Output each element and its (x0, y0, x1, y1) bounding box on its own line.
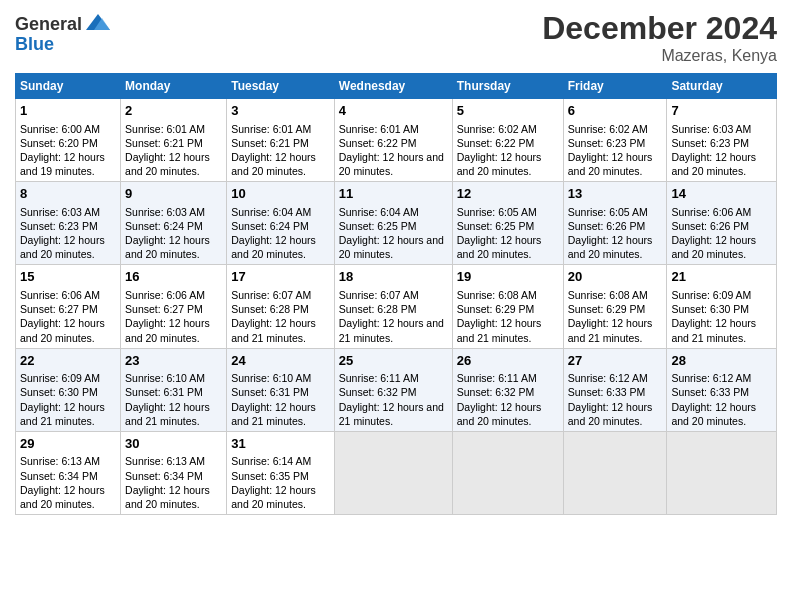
daylight-label: Daylight: 12 hours and 21 minutes. (231, 401, 316, 427)
day-number: 11 (339, 185, 448, 203)
sunrise-label: Sunrise: 6:03 AM (125, 206, 205, 218)
daylight-label: Daylight: 12 hours and 20 minutes. (568, 234, 653, 260)
day-number: 12 (457, 185, 559, 203)
cell-w1-d2: 2 Sunrise: 6:01 AM Sunset: 6:21 PM Dayli… (121, 99, 227, 182)
daylight-label: Daylight: 12 hours and 20 minutes. (568, 401, 653, 427)
daylight-label: Daylight: 12 hours and 20 minutes. (231, 234, 316, 260)
col-thursday: Thursday (452, 74, 563, 99)
cell-w4-d4: 25 Sunrise: 6:11 AM Sunset: 6:32 PM Dayl… (334, 348, 452, 431)
day-number: 28 (671, 352, 772, 370)
sunset-label: Sunset: 6:25 PM (339, 220, 417, 232)
day-number: 22 (20, 352, 116, 370)
sunrise-label: Sunrise: 6:02 AM (568, 123, 648, 135)
logo: General Blue (15, 10, 112, 55)
sunrise-label: Sunrise: 6:01 AM (339, 123, 419, 135)
cell-w1-d3: 3 Sunrise: 6:01 AM Sunset: 6:21 PM Dayli… (227, 99, 335, 182)
header: General Blue December 2024 Mazeras, Keny… (15, 10, 777, 65)
sunrise-label: Sunrise: 6:09 AM (20, 372, 100, 384)
cell-w2-d4: 11 Sunrise: 6:04 AM Sunset: 6:25 PM Dayl… (334, 182, 452, 265)
sunset-label: Sunset: 6:30 PM (671, 303, 749, 315)
cell-w1-d1: 1 Sunrise: 6:00 AM Sunset: 6:20 PM Dayli… (16, 99, 121, 182)
calendar-table: Sunday Monday Tuesday Wednesday Thursday… (15, 73, 777, 515)
col-saturday: Saturday (667, 74, 777, 99)
day-number: 19 (457, 268, 559, 286)
sunset-label: Sunset: 6:26 PM (671, 220, 749, 232)
col-monday: Monday (121, 74, 227, 99)
daylight-label: Daylight: 12 hours and 20 minutes. (20, 317, 105, 343)
sunset-label: Sunset: 6:32 PM (339, 386, 417, 398)
daylight-label: Daylight: 12 hours and 20 minutes. (231, 151, 316, 177)
col-sunday: Sunday (16, 74, 121, 99)
sunrise-label: Sunrise: 6:12 AM (568, 372, 648, 384)
day-number: 5 (457, 102, 559, 120)
sunset-label: Sunset: 6:34 PM (20, 470, 98, 482)
daylight-label: Daylight: 12 hours and 20 minutes. (671, 234, 756, 260)
cell-w5-d4 (334, 431, 452, 514)
day-number: 2 (125, 102, 222, 120)
sunrise-label: Sunrise: 6:04 AM (231, 206, 311, 218)
cell-w1-d7: 7 Sunrise: 6:03 AM Sunset: 6:23 PM Dayli… (667, 99, 777, 182)
cell-w1-d6: 6 Sunrise: 6:02 AM Sunset: 6:23 PM Dayli… (563, 99, 667, 182)
daylight-label: Daylight: 12 hours and 21 minutes. (568, 317, 653, 343)
cell-w5-d1: 29 Sunrise: 6:13 AM Sunset: 6:34 PM Dayl… (16, 431, 121, 514)
cell-w5-d2: 30 Sunrise: 6:13 AM Sunset: 6:34 PM Dayl… (121, 431, 227, 514)
day-number: 17 (231, 268, 330, 286)
day-number: 24 (231, 352, 330, 370)
month-title: December 2024 (542, 10, 777, 47)
cell-w2-d3: 10 Sunrise: 6:04 AM Sunset: 6:24 PM Dayl… (227, 182, 335, 265)
cell-w2-d1: 8 Sunrise: 6:03 AM Sunset: 6:23 PM Dayli… (16, 182, 121, 265)
calendar-body: 1 Sunrise: 6:00 AM Sunset: 6:20 PM Dayli… (16, 99, 777, 515)
daylight-label: Daylight: 12 hours and 20 minutes. (457, 234, 542, 260)
sunrise-label: Sunrise: 6:00 AM (20, 123, 100, 135)
daylight-label: Daylight: 12 hours and 20 minutes. (568, 151, 653, 177)
sunrise-label: Sunrise: 6:01 AM (231, 123, 311, 135)
sunset-label: Sunset: 6:21 PM (231, 137, 309, 149)
daylight-label: Daylight: 12 hours and 21 minutes. (339, 401, 444, 427)
cell-w2-d7: 14 Sunrise: 6:06 AM Sunset: 6:26 PM Dayl… (667, 182, 777, 265)
sunrise-label: Sunrise: 6:05 AM (568, 206, 648, 218)
col-wednesday: Wednesday (334, 74, 452, 99)
sunset-label: Sunset: 6:22 PM (457, 137, 535, 149)
cell-w3-d3: 17 Sunrise: 6:07 AM Sunset: 6:28 PM Dayl… (227, 265, 335, 348)
daylight-label: Daylight: 12 hours and 20 minutes. (20, 484, 105, 510)
day-number: 4 (339, 102, 448, 120)
cell-w5-d6 (563, 431, 667, 514)
sunset-label: Sunset: 6:23 PM (671, 137, 749, 149)
daylight-label: Daylight: 12 hours and 20 minutes. (125, 151, 210, 177)
sunset-label: Sunset: 6:27 PM (20, 303, 98, 315)
cell-w2-d6: 13 Sunrise: 6:05 AM Sunset: 6:26 PM Dayl… (563, 182, 667, 265)
cell-w5-d5 (452, 431, 563, 514)
cell-w5-d3: 31 Sunrise: 6:14 AM Sunset: 6:35 PM Dayl… (227, 431, 335, 514)
sunrise-label: Sunrise: 6:06 AM (20, 289, 100, 301)
sunset-label: Sunset: 6:24 PM (231, 220, 309, 232)
cell-w3-d6: 20 Sunrise: 6:08 AM Sunset: 6:29 PM Dayl… (563, 265, 667, 348)
sunset-label: Sunset: 6:31 PM (231, 386, 309, 398)
sunrise-label: Sunrise: 6:08 AM (457, 289, 537, 301)
daylight-label: Daylight: 12 hours and 21 minutes. (671, 317, 756, 343)
sunrise-label: Sunrise: 6:04 AM (339, 206, 419, 218)
sunrise-label: Sunrise: 6:07 AM (339, 289, 419, 301)
day-number: 1 (20, 102, 116, 120)
sunset-label: Sunset: 6:32 PM (457, 386, 535, 398)
sunrise-label: Sunrise: 6:08 AM (568, 289, 648, 301)
day-number: 15 (20, 268, 116, 286)
daylight-label: Daylight: 12 hours and 20 minutes. (457, 401, 542, 427)
title-block: December 2024 Mazeras, Kenya (542, 10, 777, 65)
daylight-label: Daylight: 12 hours and 20 minutes. (125, 234, 210, 260)
page-container: General Blue December 2024 Mazeras, Keny… (0, 0, 792, 525)
day-number: 31 (231, 435, 330, 453)
day-number: 13 (568, 185, 663, 203)
week-row-1: 1 Sunrise: 6:00 AM Sunset: 6:20 PM Dayli… (16, 99, 777, 182)
day-number: 18 (339, 268, 448, 286)
sunset-label: Sunset: 6:33 PM (568, 386, 646, 398)
daylight-label: Daylight: 12 hours and 21 minutes. (20, 401, 105, 427)
daylight-label: Daylight: 12 hours and 20 minutes. (671, 401, 756, 427)
daylight-label: Daylight: 12 hours and 21 minutes. (125, 401, 210, 427)
cell-w3-d5: 19 Sunrise: 6:08 AM Sunset: 6:29 PM Dayl… (452, 265, 563, 348)
daylight-label: Daylight: 12 hours and 21 minutes. (457, 317, 542, 343)
cell-w5-d7 (667, 431, 777, 514)
week-row-3: 15 Sunrise: 6:06 AM Sunset: 6:27 PM Dayl… (16, 265, 777, 348)
day-number: 7 (671, 102, 772, 120)
sunset-label: Sunset: 6:22 PM (339, 137, 417, 149)
daylight-label: Daylight: 12 hours and 20 minutes. (457, 151, 542, 177)
